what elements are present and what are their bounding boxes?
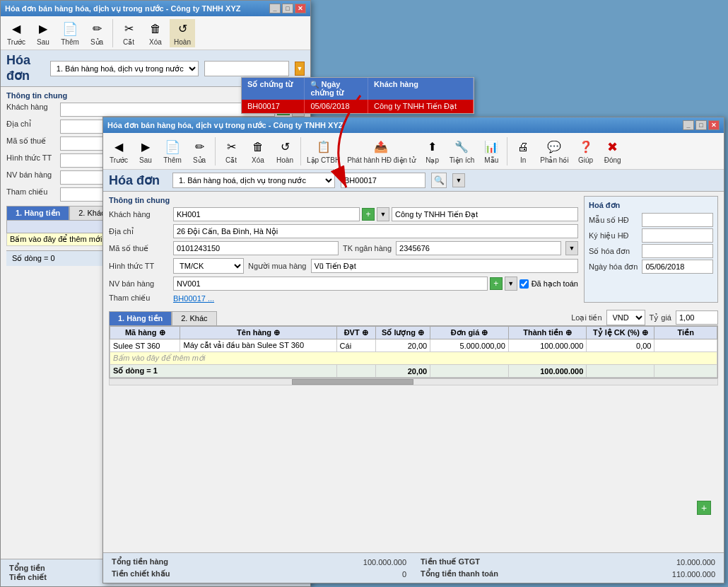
loai-tien-select[interactable]: VND [606, 310, 645, 325]
ky-hieu-hd-input[interactable] [642, 228, 713, 243]
main-lap-label: Lập CTBH [307, 156, 340, 164]
da-hach-toan-checkbox[interactable] [519, 279, 529, 289]
main-toolbar-nap[interactable]: ⬆ Nạp [420, 137, 445, 165]
add-row-btn[interactable]: + [697, 501, 711, 515]
main-type-dropdown[interactable]: 1. Bán hàng hoá, dịch vụ trong nước [172, 173, 335, 188]
sua-icon-bg: ✏ [88, 21, 105, 37]
bg-toolbar-hoan[interactable]: ↺ Hoàn [170, 19, 195, 47]
bg-restore-btn[interactable]: □ [282, 4, 293, 13]
main-toolbar-lap[interactable]: 📋 Lập CTBH [304, 137, 343, 165]
nguoi-mua-hang-input[interactable] [311, 259, 579, 273]
main-close-btn[interactable]: ✕ [708, 120, 720, 130]
main-toolbar-xoa[interactable]: 🗑 Xóa [245, 137, 271, 165]
main-so-chung-tu-dropdown-btn[interactable]: ▼ [452, 173, 465, 187]
khach-hang-name-input[interactable] [392, 207, 578, 221]
bg-search-dropdown-btn[interactable]: ▼ [295, 62, 305, 76]
main-dong-icon: ✖ [604, 139, 621, 156]
bg-type-dropdown[interactable]: 1. Bán hàng hoá, dịch vụ trong nước [50, 61, 199, 76]
khach-hang-dropdown-btn[interactable]: ▼ [377, 207, 389, 221]
bg-tab-hang-tien[interactable]: 1. Hàng tiền [6, 206, 69, 220]
main-tien-ich-icon: 🔧 [453, 139, 470, 156]
main-toolbar-dong[interactable]: ✖ Đóng [600, 137, 626, 165]
nv-ban-hang-dropdown-btn[interactable]: ▼ [505, 277, 517, 291]
main-toolbar-prev[interactable]: ◀ Trước [106, 137, 131, 165]
hinh-thuc-tt-select[interactable]: TM/CK [173, 258, 244, 274]
col-ma-hang: Mã hàng ⊕ [110, 327, 180, 339]
dropdown-row-1[interactable]: BH00017 05/06/2018 Công ty TNHH Tiến Đạt [242, 100, 474, 113]
tab-khac[interactable]: 2. Khác [172, 311, 216, 325]
mau-so-hd-input[interactable] [642, 213, 713, 227]
main-so-chung-tu-input[interactable] [341, 173, 425, 188]
main-table-scroll: Mã hàng ⊕ Tên hàng ⊕ ĐVT ⊕ Số lượng ⊕ Đơ… [109, 325, 718, 378]
ngay-hoa-don-input[interactable] [642, 260, 713, 274]
main-titlebar-buttons: _ □ ✕ [683, 120, 720, 130]
main-toolbar-tien-ich[interactable]: 🔧 Tiện ích [447, 137, 478, 165]
tk-ngan-hang-label: TK ngân hàng [343, 244, 392, 252]
cell-so-luong[interactable]: 20,00 [375, 339, 430, 352]
bg-hinh-thuc-tt-label: Hình thức TT [6, 153, 56, 168]
nv-ban-hang-add-btn[interactable]: + [490, 277, 503, 290]
bg-toolbar-xoa[interactable]: 🗑 Xóa [143, 19, 168, 47]
main-toolbar-sau[interactable]: ▶ Sau [133, 137, 158, 165]
main-toolbar-in[interactable]: 🖨 In [510, 137, 536, 165]
tk-ngan-hang-input[interactable] [396, 241, 561, 255]
ma-so-thue-input[interactable] [173, 241, 339, 255]
new-row[interactable]: Bấm vào đây để thêm mới [110, 352, 717, 365]
dropdown-cell-ngay: 05/06/2018 [305, 100, 368, 113]
bg-close-btn[interactable]: ✕ [295, 4, 306, 13]
scrollbar-thumb[interactable] [292, 379, 413, 385]
bg-hoan-label: Hoàn [174, 38, 191, 46]
main-toolbar-cat[interactable]: ✂ Cắt [218, 137, 244, 165]
tong-tien-thanh-toan-value: 110.000.000 [672, 570, 715, 579]
col-dvt: ĐVT ⊕ [336, 327, 375, 339]
nv-ban-hang-input[interactable] [173, 277, 488, 291]
bg-toolbar-cat[interactable]: ✂ Cắt [116, 19, 141, 47]
bg-toolbar-prev[interactable]: ◀ Trước [4, 19, 29, 47]
hoa-don-panel: Hoá đơn Mẫu số HĐ Ký hiệu HĐ Số hóa đơn … [584, 196, 718, 303]
main-toolbar-giup[interactable]: ❓ Giúp [573, 137, 599, 165]
cell-thanh-tien[interactable]: 100.000.000 [508, 339, 587, 352]
khach-hang-add-btn[interactable]: + [362, 208, 375, 221]
main-window: Hóa đơn bán hàng hóa, dịch vụ trong nước… [102, 117, 724, 583]
bg-toolbar-sau[interactable]: ▶ Sau [30, 19, 56, 47]
main-phat-hanh-label: Phát hành HĐ điện tử [347, 156, 416, 164]
main-minimize-btn[interactable]: _ [683, 120, 694, 130]
main-sau-label: Sau [139, 156, 152, 164]
main-search-btn[interactable]: 🔍 [431, 173, 447, 188]
col-ten-hang: Tên hàng ⊕ [180, 327, 336, 339]
cell-ty-le-ck[interactable]: 0,00 [587, 339, 654, 352]
main-toolbar-hoan[interactable]: ↺ Hoàn [272, 137, 298, 165]
hoan-icon-bg: ↺ [174, 21, 191, 37]
cell-ma-hang[interactable]: Sulee ST 360 [110, 339, 180, 352]
tham-chieu-link[interactable]: BH00017 ... [173, 294, 214, 303]
bg-minimize-btn[interactable]: _ [269, 4, 281, 13]
bg-search-input[interactable] [204, 61, 289, 76]
main-toolbar-sua[interactable]: ✏ Sửa [187, 137, 212, 165]
main-toolbar-phat-hanh[interactable]: 📤 Phát hành HĐ điện tử [344, 137, 418, 165]
table-row[interactable]: Sulee ST 360 Máy cắt vải đầu bàn Sulee S… [110, 339, 717, 352]
main-restore-btn[interactable]: □ [695, 120, 707, 130]
bg-toolbar-them[interactable]: 📄 Thêm [57, 19, 83, 47]
da-hach-toan-checkbox-label[interactable]: Đã hạch toán [519, 279, 578, 289]
cell-don-gia[interactable]: 5.000.000,00 [430, 339, 509, 352]
tab-hang-tien[interactable]: 1. Hàng tiền [109, 311, 172, 325]
tk-ngan-hang-dropdown-btn[interactable]: ▼ [565, 241, 578, 255]
khach-hang-code-input[interactable] [173, 207, 360, 221]
cell-ten-hang[interactable]: Máy cắt vải đầu bàn Sulee ST 360 [180, 339, 336, 352]
nv-ban-hang-label: NV bán hàng [109, 279, 169, 288]
cell-tien[interactable] [654, 339, 717, 352]
main-toolbar-them[interactable]: 📄 Thêm [160, 137, 185, 165]
dia-chi-input[interactable] [173, 224, 578, 238]
main-toolbar-phan-hoi[interactable]: 💬 Phản hồi [537, 137, 571, 165]
main-nap-label: Nạp [425, 156, 439, 164]
ty-gia-input[interactable] [676, 310, 718, 325]
so-hoa-don-input[interactable] [642, 244, 713, 258]
new-row-label[interactable]: Bấm vào đây để thêm mới [110, 352, 717, 365]
bg-toolbar-sua[interactable]: ✏ Sửa [84, 19, 110, 47]
main-toolbar-mau[interactable]: 📊 Mẫu [479, 137, 504, 165]
nguoi-mua-hang-label: Người mua hàng [248, 262, 307, 271]
footer-so-luong: 20,00 [375, 365, 430, 378]
horizontal-scrollbar[interactable] [109, 378, 718, 385]
cell-dvt[interactable]: Cái [336, 339, 375, 352]
main-nap-icon: ⬆ [424, 139, 441, 156]
